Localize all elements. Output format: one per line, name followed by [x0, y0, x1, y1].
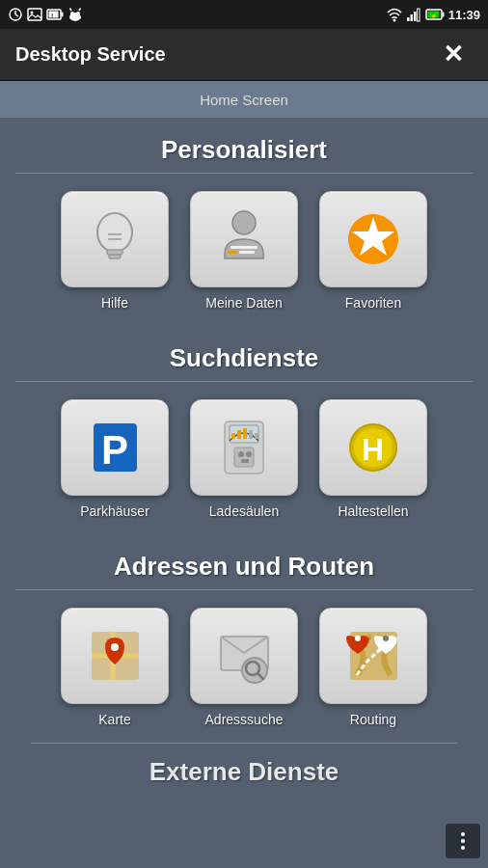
app-title: Desktop Service — [15, 43, 166, 66]
svg-rect-14 — [407, 17, 410, 21]
routing-svg-icon — [342, 622, 405, 690]
favoriten-svg-icon — [342, 205, 405, 273]
icon-item-routing[interactable]: Routing — [315, 608, 431, 727]
icon-box-routing — [319, 608, 427, 704]
ladesaeulen-svg-icon — [213, 414, 276, 481]
icon-box-ladesaeulen — [190, 399, 298, 496]
svg-rect-39 — [243, 428, 247, 439]
icon-box-favoriten — [319, 191, 427, 287]
svg-rect-26 — [109, 255, 121, 258]
title-bar: Desktop Service ✕ — [0, 29, 488, 81]
status-right: ⚡ 11:39 — [387, 7, 480, 22]
section-personalisiert: Personalisiert Hilfe — [0, 118, 488, 326]
svg-rect-42 — [234, 448, 254, 467]
svg-rect-30 — [239, 251, 255, 254]
svg-rect-29 — [228, 251, 237, 254]
divider-2 — [15, 381, 473, 382]
divider-3 — [15, 589, 473, 590]
svg-rect-38 — [237, 430, 241, 439]
home-screen-label: Home Screen — [200, 92, 288, 108]
icon-box-parkhaeuser: P — [61, 399, 169, 496]
main-content: Personalisiert Hilfe — [0, 118, 488, 868]
icon-item-parkhaeuser[interactable]: P Parkhäuser — [57, 399, 173, 519]
svg-rect-15 — [410, 14, 413, 21]
svg-text:P: P — [101, 427, 128, 473]
signal-icon — [406, 7, 421, 22]
haltestellen-label: Haltestellen — [338, 503, 408, 519]
svg-rect-45 — [241, 459, 249, 463]
section-suchdienste: Suchdienste P Parkhäuser — [0, 326, 488, 534]
alarm-icon — [8, 7, 23, 22]
icon-box-hilfe — [61, 191, 169, 287]
adresssuche-svg-icon — [213, 622, 276, 690]
parkhaeuser-label: Parkhäuser — [80, 503, 149, 519]
image-icon — [27, 7, 42, 22]
svg-rect-3 — [28, 9, 41, 20]
svg-rect-6 — [62, 13, 64, 17]
time-display: 11:39 — [448, 8, 480, 22]
adresssuche-label: Adresssuche — [205, 712, 284, 727]
meine-daten-label: Meine Daten — [205, 295, 282, 311]
svg-rect-41 — [255, 433, 258, 439]
icon-item-favoriten[interactable]: Favoriten — [315, 191, 431, 311]
overflow-menu-button[interactable] — [446, 824, 480, 858]
status-icons-left: ! — [8, 7, 83, 22]
svg-point-43 — [238, 451, 244, 457]
dot-2 — [461, 839, 465, 843]
svg-point-44 — [246, 451, 252, 457]
karte-label: Karte — [98, 712, 130, 727]
svg-text:!: ! — [51, 13, 53, 19]
icon-item-hilfe[interactable]: Hilfe — [57, 191, 173, 311]
section-adressen-routen: Adressen und Routen — [0, 534, 488, 743]
svg-line-12 — [79, 9, 81, 12]
hilfe-svg-icon — [84, 205, 147, 273]
icon-box-meine-daten — [190, 191, 298, 287]
svg-point-59 — [355, 636, 361, 641]
sub-header: Home Screen — [0, 81, 488, 118]
battery-status-icon: ! — [46, 8, 64, 21]
icon-item-adresssuche[interactable]: Adresssuche — [186, 608, 302, 727]
svg-line-11 — [70, 9, 72, 12]
svg-text:⚡: ⚡ — [430, 13, 438, 20]
section-externe-dienste: Externe Dienste — [0, 743, 488, 793]
svg-point-60 — [383, 636, 389, 641]
ladesaeulen-label: Ladesäulen — [209, 503, 279, 519]
svg-text:H: H — [362, 432, 384, 467]
svg-line-2 — [15, 14, 18, 16]
routing-label: Routing — [350, 712, 396, 727]
parkhaeuser-svg-icon: P — [84, 414, 147, 481]
icon-grid-personalisiert: Hilfe Meine Daten — [0, 183, 488, 326]
icon-grid-adressen: Karte Adresssuche — [0, 600, 488, 743]
meine-daten-svg-icon — [213, 205, 276, 273]
dot-3 — [461, 846, 465, 850]
section-title-adressen: Adressen und Routen — [0, 534, 488, 589]
icon-grid-suchdienste: P Parkhäuser — [0, 392, 488, 534]
svg-point-53 — [111, 643, 119, 651]
hilfe-label: Hilfe — [101, 295, 128, 311]
svg-rect-16 — [414, 12, 417, 21]
icon-box-karte — [61, 608, 169, 704]
section-title-suchdienste: Suchdienste — [0, 326, 488, 381]
dot-1 — [461, 832, 465, 836]
icon-box-haltestellen: H — [319, 399, 427, 496]
icon-item-meine-daten[interactable]: Meine Daten — [186, 191, 302, 311]
battery-icon: ⚡ — [425, 9, 445, 20]
haltestellen-svg-icon: H — [342, 414, 405, 481]
svg-rect-40 — [249, 430, 253, 439]
svg-point-22 — [97, 213, 132, 252]
section-title-personalisiert: Personalisiert — [0, 118, 488, 173]
svg-rect-37 — [231, 433, 235, 439]
icon-box-adresssuche — [190, 608, 298, 704]
close-button[interactable]: ✕ — [434, 36, 473, 74]
svg-rect-19 — [442, 13, 444, 17]
icon-item-ladesaeulen[interactable]: Ladesäulen — [186, 399, 302, 519]
status-bar: ! ⚡ 11: — [0, 0, 488, 29]
svg-point-4 — [31, 12, 34, 14]
svg-rect-7 — [49, 12, 59, 18]
icon-item-karte[interactable]: Karte — [57, 608, 173, 727]
divider-4 — [31, 743, 457, 744]
wifi-icon — [387, 7, 402, 22]
icon-item-haltestellen[interactable]: H Haltestellen — [315, 399, 431, 519]
svg-point-27 — [232, 211, 256, 234]
externe-dienste-title: Externe Dienste — [15, 753, 473, 793]
